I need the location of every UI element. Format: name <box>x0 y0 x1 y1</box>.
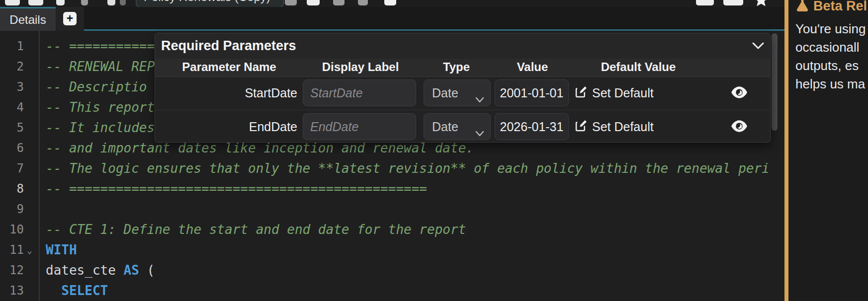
type-select[interactable]: Date <box>424 113 491 140</box>
parameter-name: StartDate <box>155 76 297 110</box>
toolbar-icon[interactable] <box>5 0 20 5</box>
line-number: 2 <box>0 57 24 77</box>
line-number: 6 <box>0 138 24 158</box>
gutter-divider <box>39 31 40 301</box>
toolbar-icon[interactable] <box>307 0 320 5</box>
tab-label: Details <box>9 13 46 27</box>
toolbar-icon[interactable] <box>723 0 743 5</box>
col-display-label: Display Label <box>322 59 399 76</box>
code-text: -- RENEWAL REP <box>46 57 155 77</box>
parameter-row-startdate: StartDate Date Set Default <box>155 76 770 110</box>
sidebar-text-line: outputs, es <box>795 57 866 75</box>
line-number: 5 <box>0 118 24 138</box>
value-input[interactable] <box>495 79 569 106</box>
toolbar-icon[interactable] <box>285 0 297 5</box>
sidebar-text-line: You're using <box>795 20 866 38</box>
toolbar-icon[interactable] <box>358 0 368 5</box>
code-text: -- This report <box>46 97 155 118</box>
sidebar-text-line: occasionall <box>795 38 866 57</box>
sidebar-text-line: helps us ma <box>795 75 866 93</box>
toolbar-icon[interactable] <box>28 0 43 5</box>
toolbar-icon[interactable] <box>107 0 115 5</box>
line-number: 12 <box>0 260 24 281</box>
type-select[interactable]: Date <box>424 79 491 106</box>
sidebar-heading-text: Beta Rel <box>813 0 867 14</box>
parameter-row-enddate: EndDate Date Set Default <box>155 110 770 144</box>
type-select-value: Date <box>432 120 458 134</box>
line-number: 3 <box>0 77 24 97</box>
toolbar-icon[interactable] <box>333 0 345 5</box>
code-text: -- The logic ensures that only the **lat… <box>46 158 770 179</box>
toolbar-icon[interactable] <box>696 0 714 5</box>
document-title-input[interactable] <box>136 0 284 7</box>
code-text: dates_cte AS ( <box>46 260 155 281</box>
chevron-down-icon[interactable] <box>752 39 765 52</box>
beta-sidebar: Beta Rel You're usingoccasionalloutputs,… <box>784 0 868 301</box>
fold-chevron-icon[interactable]: ⌄ <box>27 240 32 260</box>
app-window: Details + 1-- ==========================… <box>0 0 868 301</box>
eye-icon[interactable] <box>730 119 748 134</box>
toolbar-icon[interactable] <box>81 0 88 5</box>
add-tab-container: + <box>56 7 84 31</box>
tab-details[interactable]: Details <box>0 7 56 31</box>
sidebar-heading: Beta Rel <box>795 0 867 16</box>
col-type: Type <box>443 59 470 76</box>
star-icon[interactable] <box>754 0 769 7</box>
eye-icon[interactable] <box>730 85 748 100</box>
microphone-icon[interactable] <box>120 0 126 5</box>
toolbar-icon[interactable] <box>384 0 396 5</box>
vertical-scrollbar[interactable] <box>772 33 778 131</box>
parameter-name: EndDate <box>155 110 297 144</box>
code-text: WITH <box>46 240 77 260</box>
code-text: -- Descriptio <box>46 77 147 97</box>
line-number: 11 <box>0 240 24 260</box>
col-default-value: Default Value <box>601 59 676 76</box>
code-text: -- =====================================… <box>46 179 427 199</box>
code-text: -- CTE 1: Define the start and end date … <box>46 220 466 240</box>
set-default-button[interactable]: Set Default <box>575 76 654 110</box>
display-label-input[interactable] <box>303 79 416 106</box>
line-number: 7 <box>0 158 24 179</box>
value-input[interactable] <box>495 113 569 140</box>
edit-icon <box>575 119 588 135</box>
line-number: 9 <box>0 199 24 220</box>
line-number: 8 <box>0 179 24 199</box>
chevron-down-icon <box>475 121 485 147</box>
display-label-input[interactable] <box>303 113 416 140</box>
flask-icon <box>795 0 809 16</box>
line-number: 1 <box>0 36 24 57</box>
panel-column-headers: Parameter Name Display Label Type Value … <box>155 59 770 77</box>
line-number: 10 <box>0 220 24 240</box>
line-number: 13 <box>0 281 24 301</box>
toolbar-icon[interactable] <box>56 0 65 5</box>
edit-icon <box>575 85 588 101</box>
sidebar-paragraph: You're usingoccasionalloutputs, eshelps … <box>795 20 866 93</box>
panel-title: Required Parameters <box>161 33 296 59</box>
col-parameter-name: Parameter Name <box>182 59 276 76</box>
set-default-button[interactable]: Set Default <box>575 110 654 144</box>
panel-header: Required Parameters <box>155 33 770 59</box>
top-toolbar <box>0 0 784 7</box>
tab-bar: Details + <box>0 7 784 31</box>
col-value: Value <box>517 59 548 76</box>
code-text: -- It includes <box>46 118 155 138</box>
line-number: 4 <box>0 97 24 118</box>
add-tab-button[interactable]: + <box>63 12 77 25</box>
type-select-value: Date <box>432 86 458 100</box>
set-default-label: Set Default <box>592 120 654 134</box>
set-default-label: Set Default <box>592 86 654 100</box>
required-parameters-panel: Required Parameters Parameter Name Displ… <box>155 33 771 143</box>
code-text: SELECT <box>46 281 108 301</box>
